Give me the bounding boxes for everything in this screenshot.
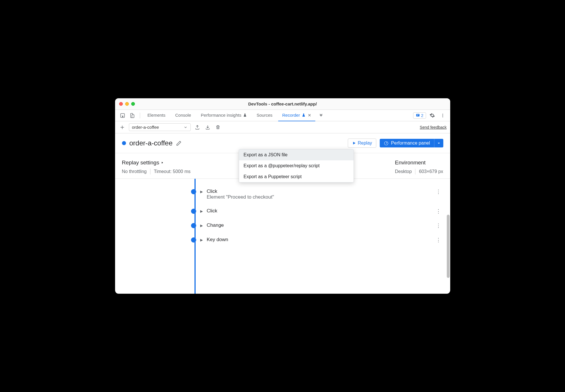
traffic-lights	[119, 102, 135, 106]
svg-point-4	[442, 114, 443, 115]
step-row[interactable]: ▶ Change ⋮	[115, 218, 450, 233]
step-menu-icon[interactable]: ⋮	[434, 189, 443, 195]
step-row[interactable]: ▶ Click Element "Proceed to checkout" ⋮	[115, 185, 450, 204]
step-label: Click	[207, 208, 430, 214]
timeout-value: Timeout: 5000 ms	[154, 169, 190, 174]
recording-select[interactable]: order-a-coffee	[129, 123, 191, 131]
delete-icon[interactable]	[214, 124, 222, 131]
svg-rect-2	[132, 115, 134, 118]
throttling-value: No throttling	[122, 169, 147, 174]
tab-elements[interactable]: Elements	[144, 110, 170, 121]
step-content: Click	[207, 208, 430, 214]
titlebar: DevTools - coffee-cart.netlify.app/	[115, 98, 450, 110]
step-dot	[191, 237, 196, 243]
device-value: Desktop	[395, 169, 412, 174]
window-maximize-button[interactable]	[131, 102, 135, 106]
window-title: DevTools - coffee-cart.netlify.app/	[115, 101, 450, 106]
svg-point-6	[442, 116, 443, 117]
step-label: Change	[207, 222, 430, 228]
export-puppeteer-replay-item[interactable]: Export as a @puppeteer/replay script	[239, 160, 354, 171]
step-menu-icon[interactable]: ⋮	[434, 237, 443, 243]
export-puppeteer-item[interactable]: Export as a Puppeteer script	[239, 171, 354, 182]
tabs-right: 2	[413, 112, 447, 120]
step-detail: Element "Proceed to checkout"	[207, 194, 430, 200]
step-label: Click	[207, 189, 430, 194]
performance-panel-button[interactable]: Performance panel	[380, 139, 443, 147]
import-icon[interactable]	[204, 124, 211, 131]
svg-point-5	[442, 115, 443, 116]
recording-actions: Replay Performance panel	[348, 139, 443, 148]
step-menu-icon[interactable]: ⋮	[434, 208, 443, 214]
step-row[interactable]: ▶ Key down ⋮	[115, 233, 450, 247]
more-vert-icon[interactable]	[439, 112, 447, 120]
send-feedback-link[interactable]: Send feedback	[420, 125, 446, 130]
flask-icon	[302, 113, 306, 117]
replay-button[interactable]: Replay	[348, 139, 377, 148]
inspect-element-icon[interactable]	[119, 112, 127, 120]
expand-step-icon[interactable]: ▶	[200, 209, 203, 213]
step-dot	[191, 209, 196, 214]
steps-area: ▶ Click Element "Proceed to checkout" ⋮ …	[115, 179, 450, 294]
recorder-toolbar: order-a-coffee Send feedback	[115, 121, 450, 133]
replay-settings-title[interactable]: Replay settings	[122, 160, 191, 166]
step-row[interactable]: ▶ Click ⋮	[115, 204, 450, 218]
flask-icon	[243, 113, 247, 117]
export-json-item[interactable]: Export as a JSON file	[239, 149, 354, 160]
step-content: Key down	[207, 237, 430, 243]
issues-icon	[416, 113, 420, 118]
window-minimize-button[interactable]	[125, 102, 129, 106]
more-tabs-icon[interactable]	[317, 112, 325, 120]
recording-status-dot	[122, 141, 126, 145]
devtools-tabs: Elements Console Performance insights So…	[115, 110, 450, 121]
gauge-icon	[384, 141, 389, 146]
step-content: Change	[207, 222, 430, 228]
step-dot	[191, 189, 196, 194]
replay-settings-values: No throttling Timeout: 5000 ms	[122, 169, 191, 174]
devtools-window: DevTools - coffee-cart.netlify.app/ Elem…	[115, 98, 450, 294]
close-tab-icon[interactable]: ✕	[308, 113, 311, 118]
divider	[415, 169, 415, 174]
scrollbar-thumb[interactable]	[447, 215, 450, 278]
tab-console[interactable]: Console	[171, 110, 195, 121]
environment-settings: Environment Desktop 603×679 px	[395, 160, 443, 174]
environment-values: Desktop 603×679 px	[395, 169, 443, 174]
tab-performance-insights[interactable]: Performance insights	[197, 110, 251, 121]
edit-title-icon[interactable]	[176, 141, 182, 146]
step-dot	[191, 223, 196, 228]
export-icon[interactable]	[194, 124, 201, 131]
divider	[140, 113, 140, 118]
step-content: Click Element "Proceed to checkout"	[207, 189, 430, 200]
replay-settings: Replay settings No throttling Timeout: 5…	[122, 160, 191, 174]
settings-gear-icon[interactable]	[428, 112, 436, 120]
step-label: Key down	[207, 237, 430, 243]
expand-step-icon[interactable]: ▶	[200, 224, 203, 228]
export-menu: Export as a JSON file Export as a @puppe…	[239, 149, 354, 182]
add-recording-icon[interactable]	[119, 124, 126, 131]
step-menu-icon[interactable]: ⋮	[434, 222, 443, 229]
recording-title: order-a-coffee	[129, 139, 173, 147]
expand-step-icon[interactable]: ▶	[200, 190, 203, 194]
divider	[150, 169, 150, 174]
issues-badge[interactable]: 2	[413, 112, 426, 119]
expand-step-icon[interactable]: ▶	[200, 238, 203, 242]
viewport-value: 603×679 px	[419, 169, 443, 174]
window-close-button[interactable]	[119, 102, 123, 106]
play-icon	[352, 141, 356, 145]
device-toolbar-icon[interactable]	[128, 112, 136, 120]
performance-panel-dropdown[interactable]	[434, 139, 443, 147]
caret-right-icon	[161, 161, 164, 164]
tab-sources[interactable]: Sources	[253, 110, 276, 121]
tab-recorder[interactable]: Recorder ✕	[278, 110, 315, 121]
environment-title: Environment	[395, 160, 426, 166]
chevron-down-icon	[184, 125, 188, 129]
